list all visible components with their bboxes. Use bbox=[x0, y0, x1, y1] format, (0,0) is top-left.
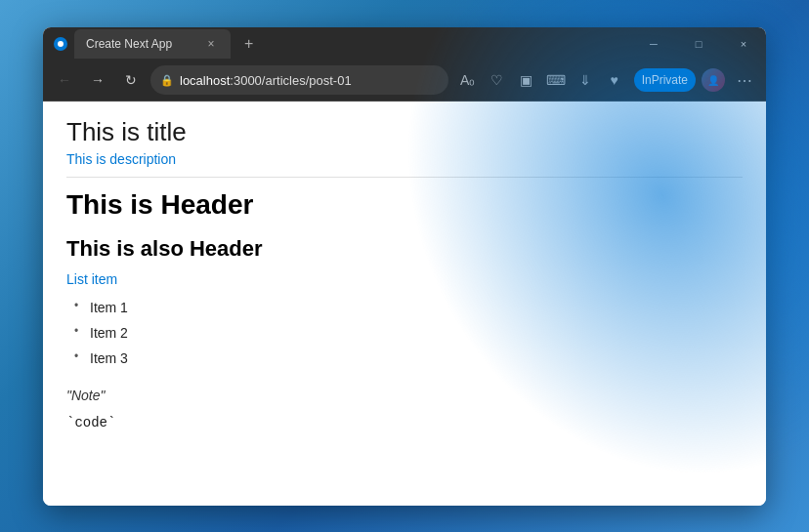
favorites-icon[interactable]: ♡ bbox=[484, 66, 511, 94]
content-header2: This is also Header bbox=[66, 236, 743, 262]
note-text: "Note" bbox=[66, 388, 743, 403]
page-title: This is title bbox=[66, 117, 743, 147]
gamebar-icon[interactable]: ♥ bbox=[601, 66, 628, 94]
tab-title: Create Next App bbox=[86, 37, 195, 51]
back-button[interactable]: ← bbox=[51, 66, 78, 94]
collections-icon[interactable]: ▣ bbox=[513, 66, 540, 94]
list-header: List item bbox=[66, 271, 743, 287]
profile-avatar[interactable]: 👤 bbox=[702, 68, 725, 92]
more-button[interactable]: ⋯ bbox=[731, 66, 758, 94]
lock-icon: 🔒 bbox=[160, 74, 174, 87]
download-icon[interactable]: ⇓ bbox=[572, 66, 599, 94]
addressbar: ← → ↻ 🔒 localhost:3000/articles/post-01 … bbox=[43, 61, 766, 102]
list-item-3: Item 3 bbox=[90, 346, 743, 371]
titlebar: Create Next App × + ─ □ × bbox=[43, 27, 766, 61]
window-controls: ─ □ × bbox=[631, 27, 766, 61]
forward-button[interactable]: → bbox=[84, 66, 111, 94]
page-content: This is title This is description This i… bbox=[43, 102, 766, 506]
toolbar-icons: A₀ ♡ ▣ ⌨ ⇓ ♥ bbox=[454, 66, 628, 94]
list-item-1: Item 1 bbox=[90, 295, 743, 320]
browser-tab[interactable]: Create Next App × bbox=[74, 29, 231, 59]
minimize-button[interactable]: ─ bbox=[631, 27, 676, 61]
favicon-circle bbox=[54, 37, 67, 51]
address-text: localhost:3000/articles/post-01 bbox=[180, 73, 439, 88]
refresh-button[interactable]: ↻ bbox=[117, 66, 145, 94]
list-item-2: Item 2 bbox=[90, 320, 743, 346]
content-header1: This is Header bbox=[66, 189, 743, 221]
code-text: `code` bbox=[66, 415, 743, 430]
profile-avatar-image: 👤 bbox=[702, 68, 725, 92]
content-list: Item 1 Item 2 Item 3 bbox=[66, 295, 743, 372]
divider bbox=[66, 177, 743, 178]
favicon-inner bbox=[58, 41, 64, 47]
tab-favicon bbox=[53, 36, 68, 52]
tab-close-icon[interactable]: × bbox=[203, 36, 219, 52]
page-description: This is description bbox=[66, 151, 743, 167]
inprivate-label: InPrivate bbox=[642, 73, 688, 87]
browser-window: Create Next App × + ─ □ × ← → ↻ 🔒 localh… bbox=[43, 27, 766, 506]
reader-mode-icon[interactable]: A₀ bbox=[454, 66, 482, 94]
inprivate-button[interactable]: InPrivate bbox=[634, 68, 696, 92]
split-screen-icon[interactable]: ⌨ bbox=[542, 66, 570, 94]
address-bar[interactable]: 🔒 localhost:3000/articles/post-01 bbox=[150, 65, 448, 95]
address-path: :3000/articles/post-01 bbox=[230, 73, 351, 88]
maximize-button[interactable]: □ bbox=[676, 27, 721, 61]
titlebar-left: Create Next App × + bbox=[43, 29, 271, 59]
new-tab-button[interactable]: + bbox=[236, 35, 261, 53]
close-button[interactable]: × bbox=[721, 27, 766, 61]
address-host: localhost bbox=[180, 73, 230, 88]
